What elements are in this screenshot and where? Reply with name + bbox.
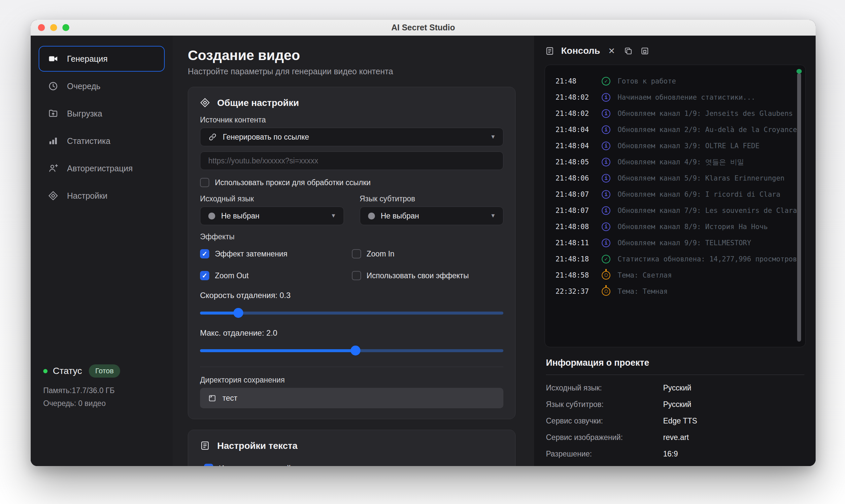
effect-checkbox-label: Эффект затемнения [215,250,288,258]
max-zoom-block: Макс. отдаление: 2.0 [200,328,503,356]
effect-checkbox-row[interactable]: Zoom Out [200,271,352,280]
log-row: 21:48:07 Обновляем канал 7/9: Les souven… [556,202,790,218]
scroll-indicator-icon [796,69,802,74]
log-row: 21:48:11 Обновляем канал 9/9: TELLMESTOR… [556,235,790,251]
save-log-icon[interactable] [640,46,650,56]
proxy-checkbox-label: Использовать прокси для обработки ссылки [215,178,371,187]
general-settings-title: Общие настройки [217,98,299,108]
sidebar-item[interactable]: Очередь [39,73,165,99]
effect-checkbox-row[interactable]: Эффект затемнения [200,249,352,258]
log-status-icon [602,239,610,247]
save-directory-value: тест [222,394,237,403]
close-window-button[interactable] [38,24,45,31]
max-zoom-slider[interactable] [200,346,503,356]
video-camera-icon [48,53,58,64]
zoom-speed-slider[interactable] [200,308,503,318]
effect-checkbox-row[interactable]: Использовать свои эффекты [352,271,504,280]
log-timestamp: 21:48:18 [556,255,594,263]
log-message: Обновляем канал 3/9: OLTRE LA FEDE [617,142,759,150]
minimize-window-button[interactable] [50,24,57,31]
person-add-icon [48,163,58,174]
effect-checkbox[interactable] [352,249,361,258]
save-directory-input[interactable]: тест [200,388,503,408]
console-log: 21:48 Готов к работе 21:48:02 Начинаем о… [545,65,806,347]
app-body: Генерация Очередь Выгрузка Статистика Ав… [31,36,816,466]
clear-console-icon[interactable] [607,46,616,56]
source-lang-select[interactable]: Не выбран [200,206,344,225]
settings-diamond-icon [200,98,211,108]
log-timestamp: 21:48 [556,77,594,85]
slider-fill [200,349,356,352]
queue-count: Очередь: 0 видео [43,399,160,408]
project-info-row: Язык субтитров: Русский [546,400,804,409]
log-row: 21:48:06 Обновляем канал 5/9: Klaras Eri… [556,170,790,186]
log-status-icon [602,158,610,166]
page-subtitle: Настройте параметры для генерации видео … [188,67,516,76]
clock-icon [48,81,58,91]
sidebar-item-label: Генерация [67,54,108,64]
source-lang-value: Не выбран [221,212,259,220]
log-status-icon [602,93,610,102]
project-info-value: reve.art [663,433,689,442]
log-status-icon [602,206,610,215]
general-settings-card: Общие настройки Источник контента Генери… [188,87,516,419]
folder-upload-icon [48,108,58,119]
scrollbar-thumb[interactable] [797,73,801,342]
project-info-row: Сервис изображений: reve.art [546,433,804,442]
effects-grid: Эффект затемнения Zoom In Zoom Out Испол… [200,249,503,280]
proxy-checkbox-row[interactable]: Использовать прокси для обработки ссылки [200,178,503,187]
log-message: Обновляем канал 1/9: Jenseits des Glaube… [617,110,793,118]
sidebar-item[interactable]: Выгрузка [39,101,165,126]
chevron-down-icon [490,134,496,140]
sidebar-item-label: Настройки [67,191,108,201]
max-zoom-label: Макс. отдаление: 2.0 [200,328,503,338]
log-status-icon [602,77,610,86]
log-message: Тема: Светлая [617,271,672,279]
log-message: Обновляем канал 4/9: 엿들은 비밀 [617,158,744,167]
traffic-lights [38,20,69,35]
sidebar-item[interactable]: Авторегистрация [39,156,165,181]
effect-checkbox[interactable] [200,249,209,258]
sidebar-item[interactable]: Генерация [39,46,165,72]
source-select[interactable]: Генерировать по ссылке [200,128,503,146]
project-info-row: Разрешение: 16:9 [546,450,804,458]
rewrite-checkbox-row[interactable]: Использовать рерайт [204,464,503,466]
project-info-value: Русский [663,383,691,393]
language-dot-icon [368,213,375,219]
page-title: Создание видео [188,48,516,64]
project-info-label: Разрешение: [546,450,663,458]
effect-checkbox[interactable] [200,271,209,280]
log-timestamp: 21:48:08 [556,223,594,231]
subtitle-lang-select[interactable]: Не выбран [360,206,504,225]
zoom-window-button[interactable] [62,24,69,31]
project-info-value: Русский [663,400,691,409]
sidebar-item[interactable]: Статистика [39,128,165,154]
console-title: Консоль [561,46,600,56]
log-row: 21:48:04 Обновляем канал 2/9: Au-delà de… [556,122,790,138]
effects-label: Эффекты [200,232,503,241]
log-row: 22:32:37 Тема: Темная [556,283,790,299]
status-dot-icon [43,369,48,373]
effect-checkbox[interactable] [352,271,361,280]
proxy-checkbox[interactable] [200,178,209,187]
source-lang-label: Исходный язык [200,194,344,203]
log-message: Начинаем обновление статистики... [617,93,755,101]
window-title: AI Secret Studio [391,23,455,32]
status-label: Статус [53,366,82,376]
slider-thumb[interactable] [350,346,360,356]
slider-thumb[interactable] [233,308,243,318]
sidebar-item[interactable]: Настройки [39,183,165,209]
subtitle-lang-value: Не выбран [381,212,419,220]
app-window: AI Secret Studio Генерация Очередь Выгру… [31,20,816,466]
rewrite-checkbox[interactable] [204,464,213,466]
copy-icon[interactable] [623,46,633,56]
console-doc-icon [545,46,555,56]
effect-checkbox-row[interactable]: Zoom In [352,249,504,258]
log-timestamp: 21:48:58 [556,271,594,279]
sidebar-item-label: Очередь [67,82,100,91]
console-scrollbar[interactable] [797,70,801,342]
subtitle-lang-label: Язык субтитров [360,194,504,203]
url-input[interactable] [200,151,503,170]
folder-icon [208,394,217,402]
log-status-icon [602,271,610,280]
